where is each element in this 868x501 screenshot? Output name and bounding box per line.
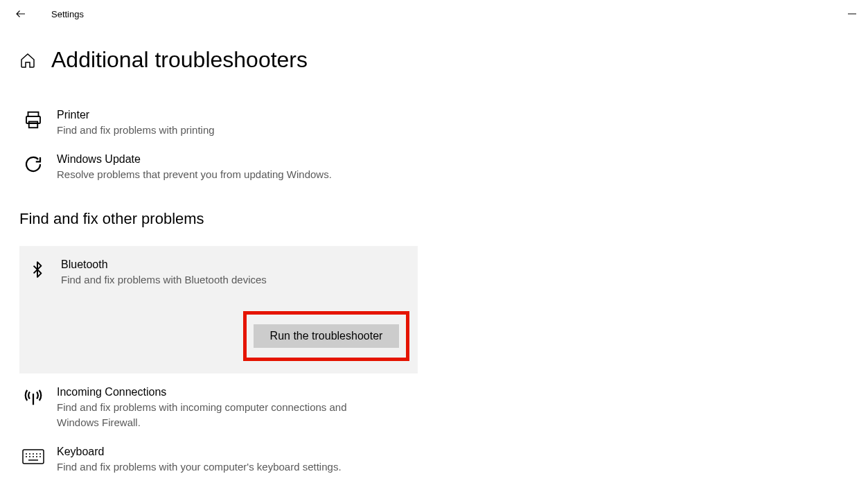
highlight-box: Run the troubleshooter: [243, 311, 409, 361]
troubleshooter-bluetooth[interactable]: Bluetooth Find and fix problems with Blu…: [24, 257, 414, 288]
arrow-left-icon: [15, 8, 27, 20]
refresh-icon: [22, 153, 44, 175]
item-title: Windows Update: [57, 152, 332, 167]
troubleshooter-bluetooth-expanded: Bluetooth Find and fix problems with Blu…: [19, 246, 418, 373]
back-button[interactable]: [14, 7, 28, 21]
minimize-button[interactable]: [836, 3, 868, 24]
item-desc: Find and fix problems with incoming comp…: [57, 400, 389, 430]
page-title: Additional troubleshooters: [51, 47, 308, 73]
troubleshooter-windows-update[interactable]: Windows Update Resolve problems that pre…: [19, 148, 407, 192]
item-desc: Resolve problems that prevent you from u…: [57, 167, 332, 182]
item-title: Bluetooth: [61, 257, 267, 272]
printer-icon: [22, 109, 44, 131]
item-desc: Find and fix problems with printing: [57, 123, 215, 138]
troubleshooter-printer[interactable]: Printer Find and fix problems with print…: [19, 103, 407, 148]
item-title: Incoming Connections: [57, 385, 389, 400]
svg-rect-3: [29, 122, 38, 128]
window-title: Settings: [51, 9, 84, 19]
item-title: Keyboard: [57, 444, 342, 459]
item-desc: Find and fix problems with your computer…: [57, 459, 342, 475]
item-title: Printer: [57, 107, 215, 123]
page-header: Additional troubleshooters: [19, 47, 868, 73]
home-icon[interactable]: [19, 52, 36, 69]
section-heading: Find and fix other problems: [19, 210, 868, 228]
minimize-icon: [848, 10, 856, 18]
keyboard-icon: [22, 446, 44, 468]
antenna-icon: [22, 386, 44, 408]
troubleshooter-keyboard[interactable]: Keyboard Find and fix problems with your…: [19, 440, 407, 484]
troubleshooter-incoming-connections[interactable]: Incoming Connections Find and fix proble…: [19, 380, 407, 440]
content-area: Additional troubleshooters Printer Find …: [0, 28, 868, 484]
run-troubleshooter-button[interactable]: Run the troubleshooter: [254, 324, 399, 348]
bluetooth-icon: [26, 258, 48, 281]
item-desc: Find and fix problems with Bluetooth dev…: [61, 272, 267, 288]
title-bar: Settings: [0, 0, 868, 28]
